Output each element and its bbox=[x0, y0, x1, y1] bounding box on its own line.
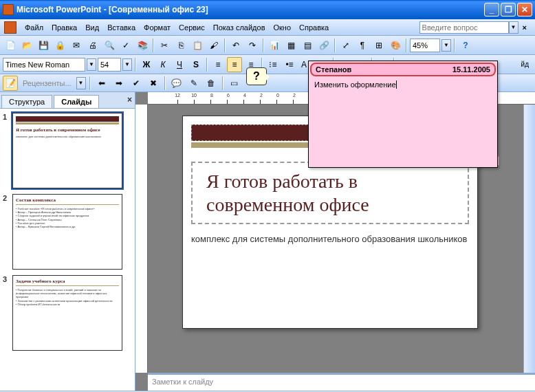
bold-button[interactable]: Ж bbox=[139, 57, 154, 72]
chart-button[interactable]: 📊 bbox=[267, 38, 282, 53]
comment-popup[interactable]: Степанов 15.11.2005 Изменить оформление bbox=[308, 61, 498, 168]
tables-borders-button[interactable]: ▤ bbox=[300, 38, 315, 53]
comment-author: Степанов bbox=[316, 65, 351, 74]
slide-thumbnail-1[interactable]: Я готов работать в современном офисе ком… bbox=[12, 113, 122, 188]
size-combo[interactable]: 54 bbox=[98, 58, 121, 72]
slide-title-text[interactable]: Я готов работать в современном офисе bbox=[206, 170, 454, 216]
font-dropdown[interactable]: ▼ bbox=[87, 58, 96, 71]
show-markup-button[interactable]: 📝 bbox=[3, 76, 18, 91]
outline-slides-pane: Структура Слайды × 1 Я готов работать в … bbox=[0, 92, 135, 391]
expand-button[interactable]: ⤢ bbox=[338, 38, 353, 53]
font-combo[interactable]: Times New Roman bbox=[3, 58, 85, 72]
vertical-scrollbar[interactable] bbox=[523, 105, 535, 373]
pane-close-button[interactable]: × bbox=[127, 95, 132, 105]
hyperlink-button[interactable]: 🔗 bbox=[316, 38, 331, 53]
notes-pane[interactable]: Заметки к слайду bbox=[148, 373, 535, 391]
print-button[interactable]: 🖨 bbox=[85, 38, 100, 53]
doc-close-button[interactable]: × bbox=[518, 22, 531, 33]
reviewers-dropdown[interactable]: ▼ bbox=[76, 77, 86, 89]
menu-show[interactable]: Показ слайдов bbox=[209, 22, 270, 33]
format-painter-button[interactable]: 🖌 bbox=[206, 38, 221, 53]
close-button[interactable]: ✕ bbox=[517, 3, 532, 17]
edit-comment-button[interactable]: ✎ bbox=[186, 76, 201, 91]
zoom-combo[interactable]: 45% bbox=[410, 39, 440, 52]
thumb-number: 1 bbox=[3, 113, 12, 188]
show-formatting-button[interactable]: ¶ bbox=[355, 38, 370, 53]
tab-structure[interactable]: Структура bbox=[1, 95, 52, 108]
align-left-button[interactable]: ≡ bbox=[210, 57, 226, 72]
table-button[interactable]: ▦ bbox=[283, 38, 298, 53]
next-comment-button[interactable]: ➡ bbox=[111, 76, 127, 91]
pane-tabs: Структура Слайды × bbox=[0, 92, 135, 109]
preview-button[interactable]: 🔍 bbox=[102, 38, 117, 53]
menubar: Файл Правка Вид Вставка Формат Сервис По… bbox=[0, 19, 535, 36]
new-slide-button[interactable]: йд bbox=[518, 57, 532, 72]
standard-toolbar: 📄 📂 💾 🔒 ✉ 🖨 🔍 ✓ 📚 ✂ ⎘ 📋 🖌 ↶ ↷ 📊 ▦ ▤ 🔗 ⤢ … bbox=[0, 36, 535, 55]
menu-file[interactable]: Файл bbox=[21, 22, 47, 33]
title-placeholder[interactable]: Я готов работать в современном офисе А.С… bbox=[191, 162, 469, 224]
slide-thumbnail-3[interactable]: Задачи учебного курса • Получение базовы… bbox=[12, 275, 122, 351]
cut-button[interactable]: ✂ bbox=[157, 38, 172, 53]
comment-header: Степанов 15.11.2005 bbox=[310, 63, 496, 76]
menu-format[interactable]: Формат bbox=[140, 22, 175, 33]
shadow-button[interactable]: S bbox=[188, 57, 204, 72]
zoom-dropdown[interactable]: ▼ bbox=[441, 39, 451, 52]
comment-text[interactable]: Изменить оформление bbox=[309, 78, 497, 91]
reviewing-pane-button[interactable]: ▭ bbox=[227, 76, 242, 91]
maximize-button[interactable]: ❐ bbox=[501, 3, 516, 17]
copy-button[interactable]: ⎘ bbox=[173, 38, 188, 53]
app-icon bbox=[3, 4, 14, 15]
italic-button[interactable]: К bbox=[155, 57, 171, 72]
menu-view[interactable]: Вид bbox=[81, 22, 103, 33]
redo-button[interactable]: ↷ bbox=[245, 38, 260, 53]
spell-button[interactable]: ✓ bbox=[118, 38, 133, 53]
underline-button[interactable]: Ч bbox=[172, 57, 187, 72]
help-question-input[interactable] bbox=[419, 21, 509, 34]
minimize-button[interactable]: _ bbox=[484, 3, 499, 17]
vertical-ruler[interactable] bbox=[135, 105, 148, 373]
new-button[interactable]: 📄 bbox=[3, 38, 18, 53]
titlebar: Microsoft PowerPoint - [Современный офис… bbox=[0, 0, 535, 19]
open-button[interactable]: 📂 bbox=[19, 38, 34, 53]
thumb-number: 3 bbox=[3, 275, 12, 351]
undo-button[interactable]: ↶ bbox=[228, 38, 243, 53]
window-title: Microsoft PowerPoint - [Современный офис… bbox=[17, 5, 484, 14]
numbering-button[interactable]: ⁝≡ bbox=[265, 57, 281, 72]
research-button[interactable]: 📚 bbox=[135, 38, 150, 53]
reject-button[interactable]: ✖ bbox=[146, 76, 161, 91]
menu-insert[interactable]: Вставка bbox=[103, 22, 140, 33]
slide-subtitle-text[interactable]: комплекс для системы дополнительного обр… bbox=[191, 234, 469, 244]
save-button[interactable]: 💾 bbox=[36, 38, 51, 53]
slide-thumbnail-2[interactable]: Состав комплекса • Учебное пособие «Я го… bbox=[12, 194, 122, 270]
size-dropdown[interactable]: ▼ bbox=[122, 58, 132, 71]
help-tooltip[interactable]: ? bbox=[246, 67, 267, 85]
slide-thumbnails: 1 Я готов работать в современном офисе к… bbox=[0, 109, 135, 391]
menu-window[interactable]: Окно bbox=[270, 22, 296, 33]
accept-button[interactable]: ✔ bbox=[129, 76, 144, 91]
email-button[interactable]: ✉ bbox=[69, 38, 84, 53]
delete-comment-button[interactable]: 🗑 bbox=[204, 76, 219, 91]
color-button[interactable]: 🎨 bbox=[388, 38, 403, 53]
insert-comment-button[interactable]: 💬 bbox=[169, 76, 184, 91]
help-button[interactable]: ? bbox=[458, 38, 473, 53]
menu-help[interactable]: Справка bbox=[295, 22, 333, 33]
comment-date: 15.11.2005 bbox=[452, 65, 490, 74]
grid-button[interactable]: ⊞ bbox=[371, 38, 386, 53]
paste-button[interactable]: 📋 bbox=[190, 38, 205, 53]
thumb-number: 2 bbox=[3, 194, 12, 270]
menu-edit[interactable]: Правка bbox=[47, 22, 81, 33]
prev-comment-button[interactable]: ⬅ bbox=[94, 76, 109, 91]
question-dropdown[interactable]: ▼ bbox=[509, 21, 518, 34]
bullets-button[interactable]: •≡ bbox=[282, 57, 297, 72]
tab-slides[interactable]: Слайды bbox=[54, 95, 99, 108]
powerpoint-icon[interactable] bbox=[4, 21, 17, 34]
permission-button[interactable]: 🔒 bbox=[52, 38, 67, 53]
menu-tools[interactable]: Сервис bbox=[175, 22, 209, 33]
align-center-button[interactable]: ≡ bbox=[227, 57, 242, 72]
reviewers-label[interactable]: Рецензенты... bbox=[23, 79, 72, 87]
